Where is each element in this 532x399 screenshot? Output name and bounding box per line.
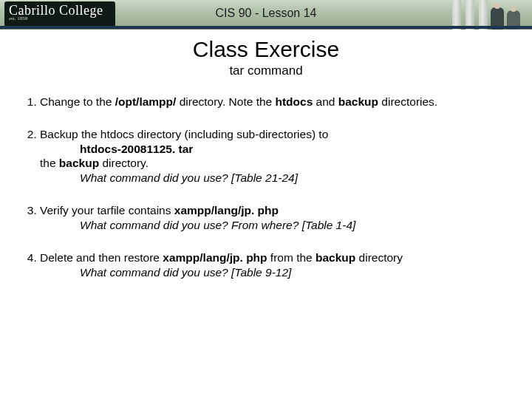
step-4: Delete and then restore xampp/lang/jp. p…: [40, 250, 517, 280]
step-1-text: Change to the /opt/lampp/ directory. Not…: [40, 95, 437, 108]
step-1: Change to the /opt/lampp/ directory. Not…: [40, 95, 517, 109]
step-3: Verify your tarfile contains xampp/lang/…: [40, 203, 517, 233]
step-3-hint: What command did you use? From where? [T…: [80, 218, 517, 233]
step-2-line1: Backup the htdocs directory (including s…: [40, 128, 328, 140]
step-2-hint: What command did you use? [Table 21-24]: [80, 171, 517, 185]
slide-title: Class Exercise: [15, 37, 517, 62]
step-2: Backup the htdocs directory (including s…: [40, 127, 517, 185]
slide-body: Class Exercise tar command Change to the…: [0, 30, 532, 279]
exercise-steps: Change to the /opt/lampp/ directory. Not…: [21, 95, 517, 279]
step-4-text: Delete and then restore xampp/lang/jp. p…: [40, 251, 403, 264]
step-4-hint: What command did you use? [Table 9-12]: [80, 265, 517, 280]
step-2-line2: the backup directory.: [40, 157, 149, 169]
header-stripe: [0, 26, 532, 29]
slide-subtitle: tar command: [15, 64, 517, 78]
slide-header: Cabrillo College est. 1959 CIS 90 - Less…: [0, 0, 532, 30]
step-3-text: Verify your tarfile contains xampp/lang/…: [40, 204, 279, 216]
header-photo: [451, 0, 532, 30]
step-2-file: htdocs-20081125. tar: [80, 142, 517, 157]
